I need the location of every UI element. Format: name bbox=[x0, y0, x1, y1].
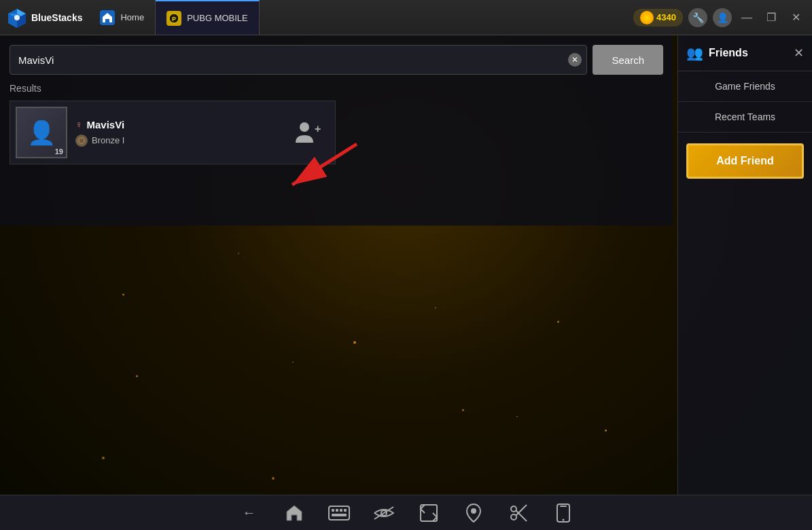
svg-rect-32 bbox=[560, 506, 567, 507]
home-tab[interactable]: Home bbox=[89, 0, 156, 35]
home-tab-label: Home bbox=[120, 12, 144, 22]
back-button[interactable]: ← bbox=[237, 501, 262, 525]
svg-rect-18 bbox=[336, 509, 338, 512]
coin-icon bbox=[640, 11, 654, 24]
svg-point-25 bbox=[471, 508, 476, 514]
player-info: ♀ MavisVi Bronze I bbox=[75, 119, 283, 147]
search-result-item: 👤 19 ♀ MavisVi Bronze I bbox=[10, 101, 336, 164]
coin-area: 4340 bbox=[633, 9, 683, 26]
player-rank-row: Bronze I bbox=[75, 135, 283, 147]
player-name-row: ♀ MavisVi bbox=[75, 119, 283, 130]
bluestacks-text: BlueStacks bbox=[31, 12, 82, 23]
location-button[interactable] bbox=[461, 501, 486, 525]
svg-rect-17 bbox=[332, 509, 334, 512]
pubg-tab[interactable]: P PUBG MOBILE bbox=[156, 0, 260, 35]
svg-rect-19 bbox=[340, 509, 342, 512]
svg-point-31 bbox=[562, 518, 564, 520]
keyboard-button[interactable] bbox=[327, 501, 351, 525]
coin-amount: 4340 bbox=[656, 12, 676, 22]
close-button[interactable]: ✕ bbox=[786, 8, 805, 27]
avatar-silhouette: 👤 bbox=[27, 119, 56, 146]
pubg-tab-label: PUBG MOBILE bbox=[187, 13, 248, 23]
player-rank-label: Bronze I bbox=[92, 135, 124, 145]
player-avatar: 👤 19 bbox=[16, 107, 67, 158]
add-friend-icon-button[interactable]: + bbox=[292, 116, 324, 149]
profile-icon[interactable]: 👤 bbox=[713, 8, 732, 27]
svg-point-5 bbox=[14, 15, 20, 20]
maximize-button[interactable]: ❐ bbox=[762, 8, 781, 27]
svg-rect-16 bbox=[329, 506, 349, 520]
results-label: Results bbox=[10, 83, 663, 94]
search-input[interactable] bbox=[10, 45, 587, 75]
settings-icon[interactable]: 🔧 bbox=[688, 8, 707, 27]
svg-line-28 bbox=[516, 510, 527, 521]
search-input-wrap: ✕ bbox=[10, 45, 587, 75]
bluestacks-logo-area: BlueStacks bbox=[0, 7, 89, 28]
svg-point-11 bbox=[80, 139, 84, 143]
search-button[interactable]: Search bbox=[593, 45, 663, 75]
title-bar: BlueStacks Home P PUBG MOBILE 4340 🔧 👤 —… bbox=[0, 0, 812, 35]
player-level: 19 bbox=[55, 147, 63, 156]
expand-button[interactable] bbox=[417, 501, 441, 525]
right-sidebar: 👥 Friends ✕ Game Friends Recent Teams Ad… bbox=[677, 35, 812, 530]
gender-icon: ♀ bbox=[75, 119, 83, 130]
player-name: MavisVi bbox=[87, 119, 125, 130]
sidebar-title: Friends bbox=[709, 47, 748, 59]
scissors-button[interactable] bbox=[506, 501, 531, 525]
phone-button[interactable] bbox=[551, 501, 576, 525]
svg-rect-21 bbox=[332, 514, 347, 516]
close-sidebar-button[interactable]: ✕ bbox=[794, 46, 804, 60]
home-button[interactable] bbox=[282, 501, 306, 525]
pubg-tab-icon: P bbox=[166, 11, 181, 26]
rank-badge-icon bbox=[75, 135, 88, 147]
bottom-toolbar: ← bbox=[0, 495, 812, 530]
eye-button[interactable] bbox=[372, 501, 396, 525]
sidebar-header: 👥 Friends ✕ bbox=[678, 35, 812, 71]
svg-rect-20 bbox=[344, 509, 347, 512]
search-panel: ✕ Search Results 👤 19 ♀ MavisVi bbox=[0, 35, 673, 226]
sidebar-nav-game-friends[interactable]: Game Friends bbox=[678, 71, 812, 102]
svg-point-12 bbox=[300, 122, 309, 132]
svg-text:P: P bbox=[172, 16, 176, 22]
svg-text:+: + bbox=[315, 123, 321, 135]
sidebar-title-row: 👥 Friends bbox=[686, 45, 748, 61]
svg-line-29 bbox=[516, 505, 527, 516]
title-bar-right: 4340 🔧 👤 — ❐ ✕ bbox=[633, 8, 812, 27]
home-tab-icon bbox=[100, 10, 115, 25]
add-friend-button[interactable]: Add Friend bbox=[686, 143, 804, 179]
svg-line-23 bbox=[374, 507, 393, 519]
clear-button[interactable]: ✕ bbox=[568, 53, 582, 67]
bluestacks-logo-icon bbox=[7, 7, 27, 28]
search-row: ✕ Search bbox=[10, 45, 663, 75]
sidebar-nav-recent-teams[interactable]: Recent Teams bbox=[678, 102, 812, 132]
friends-icon: 👥 bbox=[686, 45, 703, 61]
minimize-button[interactable]: — bbox=[737, 8, 756, 27]
main-area: ✕ Search Results 👤 19 ♀ MavisVi bbox=[0, 35, 812, 530]
